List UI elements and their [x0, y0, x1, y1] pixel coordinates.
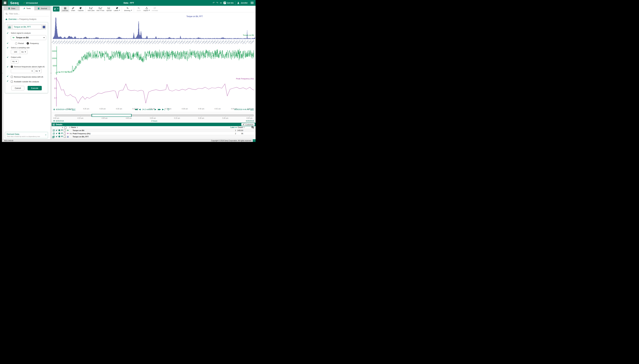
scrubber-track[interactable] [55, 114, 254, 116]
toolbar-annotate-button[interactable]: Annotate [151, 6, 159, 12]
remove-icon[interactable] [61, 132, 63, 134]
remove-all-icon[interactable]: ✕ [62, 126, 63, 128]
remove-above-unit-dropdown[interactable]: Hz [34, 69, 42, 73]
chart-type-button[interactable] [53, 6, 60, 12]
tool-name-input[interactable] [13, 25, 42, 29]
scrubber-duration[interactable]: 2 hours [55, 120, 254, 122]
hamburger-menu-icon[interactable] [251, 2, 254, 4]
cancel-button[interactable]: Cancel [11, 86, 24, 90]
breadcrumb-overview-link[interactable]: Overview [9, 18, 17, 20]
select-all-checkbox[interactable] [65, 127, 66, 128]
execute-button[interactable]: Execute [28, 86, 42, 90]
scrubber-end-date[interactable]: 8/29/2018 [246, 120, 254, 122]
row-checkbox[interactable] [64, 136, 66, 138]
edit-icon[interactable] [53, 129, 55, 132]
gears-icon [243, 124, 245, 126]
peak-frequency-chart[interactable] [52, 76, 256, 107]
info-icon[interactable] [58, 132, 60, 135]
range-end-timezone[interactable]: EDT [250, 108, 254, 110]
trend-charts[interactable]: Torque on Bit, FFT 0.080.16140.24150.323… [52, 12, 256, 108]
customize-button[interactable]: Customize [241, 123, 255, 126]
remove-above-checkbox[interactable]: ✔ [11, 66, 13, 68]
tab-journal[interactable]: Journal [35, 6, 50, 10]
range-start-datetime: 8/29/2018 4:22 AM [56, 108, 71, 110]
remove-above-input[interactable] [11, 69, 34, 73]
step-forward-icon[interactable]: ▶ [155, 108, 156, 110]
add-column-icon[interactable] [251, 126, 254, 129]
signal-select-dropdown[interactable]: Torque on Bit [11, 35, 46, 40]
step-period-frequency: ✔ Period ✔Frequency [7, 42, 46, 44]
filter-tools-input[interactable] [9, 13, 42, 15]
edit-icon[interactable] [53, 132, 55, 135]
rocket-icon[interactable] [56, 129, 58, 132]
step-back-icon[interactable]: ◀ [139, 108, 141, 110]
fft-axis-tick [127, 39, 128, 40]
fft-axis-tick [152, 39, 152, 40]
fft-axis-tick [125, 39, 125, 40]
toolbar-chain-button[interactable]: Chain [70, 6, 77, 12]
rocket-icon[interactable] [56, 136, 58, 138]
fft-spectrum-chart[interactable] [53, 18, 255, 39]
sampling-rate-input[interactable] [11, 50, 20, 54]
row-checkbox[interactable] [64, 130, 66, 132]
home-icon[interactable] [5, 18, 8, 20]
toolbar-zoom-button[interactable]: Zoom [135, 6, 143, 12]
step-back-much-icon[interactable]: ◀◀ [135, 108, 137, 110]
seeq-logo[interactable]: Seeq [10, 1, 19, 5]
step-forward-much-icon[interactable]: ▶▶ [158, 108, 161, 110]
sort-icon[interactable] [77, 127, 78, 128]
column-lane[interactable]: Lane [230, 126, 237, 128]
radio-frequency[interactable]: ✔Frequency [27, 42, 39, 44]
chat-widget-button[interactable]: ⋯ [253, 139, 256, 142]
toolbar-one-lane-button[interactable]: One Lane [87, 6, 95, 12]
app-grid-button[interactable] [2, 0, 8, 6]
sort-icon[interactable] [69, 127, 70, 128]
column-count[interactable]: Count [238, 126, 245, 128]
info-icon[interactable] [58, 136, 60, 138]
redo-icon[interactable]: ↷ [216, 2, 218, 4]
tab-data[interactable]: Data [4, 6, 19, 10]
refresh-icon[interactable] [167, 108, 170, 110]
step-to-end-icon[interactable]: ▶❘ [162, 108, 166, 110]
expand-data-panel-icon[interactable]: » [2, 72, 3, 74]
remove-icon[interactable] [61, 129, 63, 131]
derived-data-panel[interactable]: Derived Data View data created by tools … [5, 132, 48, 138]
toolbar-one-y-axis-button[interactable]: One Y-Axis [96, 6, 105, 12]
collapse-sidebar-icon[interactable]: « [51, 72, 52, 74]
rocket-icon[interactable] [56, 132, 58, 135]
sampling-unit-dropdown[interactable]: Hz [20, 50, 28, 54]
radio-period[interactable]: Period [15, 42, 24, 44]
range-duration[interactable]: 24.2 minutes [142, 108, 153, 110]
output-unit-dropdown[interactable]: Hz [11, 59, 19, 64]
table-row[interactable]: Torque on Bit, FFT [52, 135, 256, 138]
scrubber-selection-window[interactable] [92, 114, 132, 117]
row-checkbox[interactable] [64, 132, 66, 134]
torque-chart[interactable] [52, 46, 256, 75]
color-swatch[interactable] [43, 26, 45, 28]
redo-all-icon[interactable]: ↠ [220, 2, 222, 4]
range-end[interactable]: 8/29/2018 4:46 AM EDT [234, 108, 254, 110]
undo-icon[interactable]: ↶ [213, 2, 215, 4]
table-row[interactable]: Torque on Bit 1 145100 [52, 129, 256, 132]
toolbar-dimming-button[interactable]: Dimming [123, 6, 133, 12]
range-start-timezone[interactable]: EDT [72, 108, 76, 110]
connection-status[interactable]: ✔ 13 Connected [23, 2, 38, 4]
toolbar-capsule-button[interactable]: Capsule [77, 6, 85, 12]
breadcrumb-separator: » [18, 18, 19, 20]
remove-below-checkbox[interactable] [11, 76, 13, 78]
user-menu[interactable]: Jennifer [237, 2, 248, 4]
remove-icon[interactable] [61, 136, 63, 138]
available-outside-checkbox[interactable] [11, 81, 13, 82]
toolbar-calendar-button[interactable]: Calendar [61, 6, 69, 12]
table-row[interactable]: Hz Peak Frequency (Hz) 2 96 [52, 132, 256, 135]
tab-tools[interactable]: Tools [20, 6, 34, 10]
journal-entry-icon[interactable] [52, 136, 55, 139]
step-check-icon: ✔ [7, 80, 9, 82]
fft-axis-tick [78, 39, 78, 40]
range-start[interactable]: 8/29/2018 4:22 AM EDT [53, 108, 76, 110]
get-link-button[interactable]: Get link [224, 2, 234, 4]
toolbar-export-button[interactable]: Export [143, 6, 151, 12]
toolbar-spread-button[interactable]: Spread [105, 6, 113, 12]
info-icon[interactable] [58, 129, 60, 132]
toolbar-labels-button[interactable]: Labels [113, 6, 121, 12]
